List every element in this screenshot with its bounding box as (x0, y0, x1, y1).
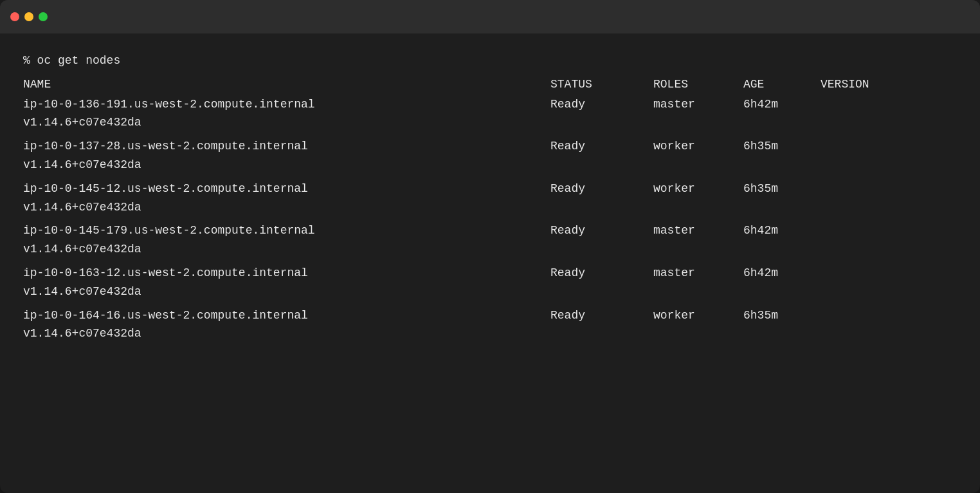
node-roles: master (653, 264, 743, 283)
node-roles: worker (653, 180, 743, 198)
node-name: ip-10-0-137-28.us-west-2.compute.interna… (23, 137, 550, 156)
node-version: v1.14.6+c07e432da (23, 156, 957, 174)
header-status: STATUS (550, 75, 653, 94)
node-block: ip-10-0-136-191.us-west-2.compute.intern… (23, 95, 957, 133)
node-roles: master (653, 95, 743, 114)
node-roles: worker (653, 306, 743, 325)
minimize-button[interactable] (24, 12, 33, 21)
node-version: v1.14.6+c07e432da (23, 113, 957, 132)
table-header: NAME STATUS ROLES AGE VERSION (23, 75, 957, 94)
table-row: ip-10-0-136-191.us-west-2.compute.intern… (23, 95, 957, 114)
node-block: ip-10-0-145-179.us-west-2.compute.intern… (23, 221, 957, 259)
command-line: % oc get nodes (23, 51, 957, 70)
command-text: % oc get nodes (23, 54, 120, 67)
node-version: v1.14.6+c07e432da (23, 198, 957, 217)
node-status: Ready (550, 221, 653, 240)
node-block: ip-10-0-163-12.us-west-2.compute.interna… (23, 264, 957, 301)
table-row: ip-10-0-164-16.us-west-2.compute.interna… (23, 306, 957, 325)
table-row: ip-10-0-145-12.us-west-2.compute.interna… (23, 180, 957, 198)
node-name: ip-10-0-136-191.us-west-2.compute.intern… (23, 95, 550, 114)
node-status: Ready (550, 306, 653, 325)
node-age: 6h35m (743, 306, 821, 325)
node-version: v1.14.6+c07e432da (23, 283, 957, 301)
node-block: ip-10-0-137-28.us-west-2.compute.interna… (23, 137, 957, 174)
node-status: Ready (550, 137, 653, 156)
node-status: Ready (550, 180, 653, 198)
node-status: Ready (550, 264, 653, 283)
header-name: NAME (23, 75, 550, 94)
node-name: ip-10-0-145-12.us-west-2.compute.interna… (23, 180, 550, 198)
node-age: 6h42m (743, 95, 821, 114)
table-row: ip-10-0-137-28.us-west-2.compute.interna… (23, 137, 957, 156)
header-version: VERSION (821, 75, 949, 94)
header-age: AGE (743, 75, 821, 94)
node-version: v1.14.6+c07e432da (23, 240, 957, 259)
node-roles: worker (653, 137, 743, 156)
title-bar (0, 0, 980, 33)
node-block: ip-10-0-145-12.us-west-2.compute.interna… (23, 180, 957, 217)
node-version: v1.14.6+c07e432da (23, 324, 957, 343)
nodes-container: ip-10-0-136-191.us-west-2.compute.intern… (23, 95, 957, 344)
terminal-window: % oc get nodes NAME STATUS ROLES AGE VER… (0, 0, 980, 493)
node-age: 6h35m (743, 137, 821, 156)
node-roles: master (653, 221, 743, 240)
terminal-body: % oc get nodes NAME STATUS ROLES AGE VER… (0, 33, 980, 493)
node-name: ip-10-0-145-179.us-west-2.compute.intern… (23, 221, 550, 240)
table-row: ip-10-0-145-179.us-west-2.compute.intern… (23, 221, 957, 240)
table-row: ip-10-0-163-12.us-west-2.compute.interna… (23, 264, 957, 283)
header-roles: ROLES (653, 75, 743, 94)
close-button[interactable] (10, 12, 19, 21)
node-age: 6h42m (743, 264, 821, 283)
maximize-button[interactable] (39, 12, 48, 21)
node-name: ip-10-0-164-16.us-west-2.compute.interna… (23, 306, 550, 325)
node-block: ip-10-0-164-16.us-west-2.compute.interna… (23, 306, 957, 344)
node-status: Ready (550, 95, 653, 114)
node-age: 6h35m (743, 180, 821, 198)
node-age: 6h42m (743, 221, 821, 240)
node-name: ip-10-0-163-12.us-west-2.compute.interna… (23, 264, 550, 283)
